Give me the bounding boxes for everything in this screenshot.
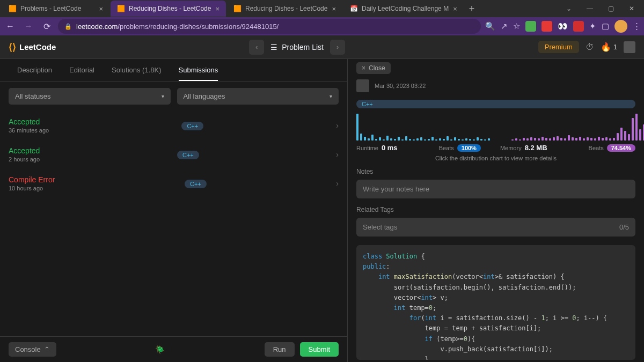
submission-status: Compile Error — [9, 175, 55, 184]
chart-bar — [541, 137, 544, 141]
chart-bar — [447, 136, 449, 141]
browser-chrome: 🟧 Problems - LeetCode × 🟧 Reducing Dishe… — [0, 0, 644, 35]
extension-icon[interactable] — [541, 21, 552, 32]
next-problem-button[interactable]: › — [330, 40, 345, 55]
debug-icon[interactable]: 🪲 — [155, 345, 165, 354]
console-button[interactable]: Console ⌃ — [9, 342, 56, 357]
problem-tabs: Description Editorial Solutions (1.8K) S… — [0, 59, 347, 82]
tab-label: Daily LeetCoding Challenge M — [362, 5, 449, 12]
problem-list-button[interactable]: ☰ Problem List — [268, 43, 326, 51]
filter-label: All statuses — [15, 92, 50, 100]
runtime-label: Runtime — [356, 145, 378, 151]
logo[interactable]: ⟨⟩ LeetCode — [9, 41, 56, 53]
notes-input[interactable]: Write your notes here — [356, 180, 635, 198]
premium-button[interactable]: Premium — [538, 41, 579, 53]
status-filter[interactable]: All statuses ▾ — [9, 88, 171, 105]
tab-submissions[interactable]: Submissions — [170, 59, 227, 81]
submission-status: Accepted — [9, 146, 40, 155]
forward-button[interactable]: → — [21, 19, 35, 33]
search-icon[interactable]: 🔍 — [485, 21, 495, 31]
chart-hint: Click the distribution chart to view mor… — [348, 153, 644, 166]
extension-icon[interactable] — [573, 21, 584, 32]
url-text: leetcode.com/problems/reducing-dishes/su… — [76, 23, 279, 31]
close-icon[interactable]: × — [99, 5, 103, 13]
lock-icon: 🔒 — [64, 23, 72, 30]
submission-time: 10 hours ago — [9, 185, 55, 191]
close-detail-button[interactable]: × Close — [356, 62, 391, 74]
tab-editorial[interactable]: Editorial — [61, 59, 103, 81]
chevron-down-icon[interactable]: ⌄ — [559, 3, 579, 14]
memory-chart[interactable] — [511, 114, 644, 141]
close-icon[interactable]: × — [332, 5, 336, 13]
submission-time: 36 minutes ago — [9, 127, 49, 134]
chart-bar — [568, 135, 570, 141]
panel-icon[interactable]: ▢ — [602, 21, 609, 31]
notes-heading: Notes — [348, 166, 644, 178]
close-icon[interactable]: × — [215, 5, 219, 13]
tab-solutions[interactable]: Solutions (1.8K) — [103, 59, 170, 81]
tab-label: Reducing Dishes - LeetCode — [129, 5, 211, 12]
tab-description[interactable]: Description — [9, 59, 61, 81]
window-controls: ⌄ — ▢ ✕ — [559, 3, 642, 14]
chevron-right-icon: › — [336, 150, 339, 159]
chart-bar — [371, 135, 374, 141]
new-tab-button[interactable]: + — [465, 1, 479, 17]
browser-tab[interactable]: 🟧 Problems - LeetCode × — [2, 1, 109, 17]
code-viewer[interactable]: class Solution { public: int maxSatisfac… — [356, 245, 635, 360]
close-button[interactable]: ✕ — [621, 3, 642, 14]
tags-input[interactable]: Select tags 0/5 — [356, 218, 635, 237]
profile-avatar[interactable] — [614, 20, 627, 33]
browser-tabs-bar: 🟧 Problems - LeetCode × 🟧 Reducing Dishe… — [0, 0, 644, 17]
run-button[interactable]: Run — [265, 342, 295, 357]
stats-row: Runtime 0 ms Beats 100% Memory 8.2 MB Be… — [348, 141, 644, 153]
submission-item[interactable]: Accepted36 minutes agoC++› — [0, 111, 347, 140]
browser-tab[interactable]: 🟧 Reducing Dishes - LeetCode × — [227, 1, 342, 17]
timer-icon[interactable]: ⏱ — [586, 42, 594, 52]
list-icon: ☰ — [270, 43, 277, 51]
back-button[interactable]: ← — [3, 19, 17, 33]
distribution-charts[interactable] — [348, 112, 644, 141]
chart-bar — [579, 137, 581, 141]
address-bar[interactable]: 🔒 leetcode.com/problems/reducing-dishes/… — [58, 19, 481, 34]
close-icon: × — [362, 64, 365, 72]
streak-indicator[interactable]: 🔥 1 — [601, 42, 617, 52]
chart-bar — [617, 133, 619, 141]
leetcode-header: ⟨⟩ LeetCode ‹ ☰ Problem List › Premium ⏱… — [0, 35, 644, 59]
reload-button[interactable]: ⟳ — [40, 19, 54, 33]
beats-label: Beats — [439, 145, 454, 151]
fire-icon: 🔥 — [601, 42, 611, 52]
tab-label: Reducing Dishes - LeetCode — [245, 5, 327, 12]
chart-bar — [364, 137, 366, 141]
chart-bar — [635, 114, 638, 141]
minimize-button[interactable]: — — [579, 3, 601, 14]
submit-button[interactable]: Submit — [300, 342, 339, 357]
submission-date: Mar 30, 2023 03:22 — [375, 83, 426, 89]
chart-bar — [398, 137, 400, 141]
chart-bar — [386, 136, 389, 141]
submission-item[interactable]: Accepted2 hours agoC++› — [0, 140, 347, 169]
menu-icon[interactable]: ⋮ — [633, 21, 641, 31]
logo-icon: ⟨⟩ — [9, 41, 16, 53]
language-badge: C++ — [177, 151, 199, 159]
submission-item[interactable]: Compile Error10 hours agoC++› — [0, 169, 347, 198]
maximize-button[interactable]: ▢ — [601, 3, 621, 14]
close-icon[interactable]: × — [453, 5, 457, 13]
extension-icon[interactable] — [525, 21, 536, 32]
user-avatar[interactable] — [624, 41, 635, 53]
chart-bar — [632, 118, 634, 141]
chart-bar — [620, 128, 623, 141]
bookmark-icon[interactable]: ☆ — [513, 21, 520, 31]
browser-tab[interactable]: 📅 Daily LeetCoding Challenge M × — [343, 1, 464, 17]
close-label: Close — [369, 64, 385, 72]
chevron-down-icon: ▾ — [330, 93, 332, 99]
chart-bar — [405, 136, 407, 141]
runtime-chart[interactable] — [356, 114, 490, 141]
problem-list-label: Problem List — [282, 43, 324, 51]
browser-tab-active[interactable]: 🟧 Reducing Dishes - LeetCode × — [111, 1, 226, 17]
share-icon[interactable]: ↗ — [501, 21, 508, 31]
extensions-icon[interactable]: ✦ — [589, 21, 596, 31]
prev-problem-button[interactable]: ‹ — [249, 40, 264, 55]
favicon-icon: 📅 — [350, 5, 357, 12]
extension-icon[interactable]: 👀 — [558, 21, 568, 31]
language-filter[interactable]: All languages ▾ — [177, 88, 339, 105]
